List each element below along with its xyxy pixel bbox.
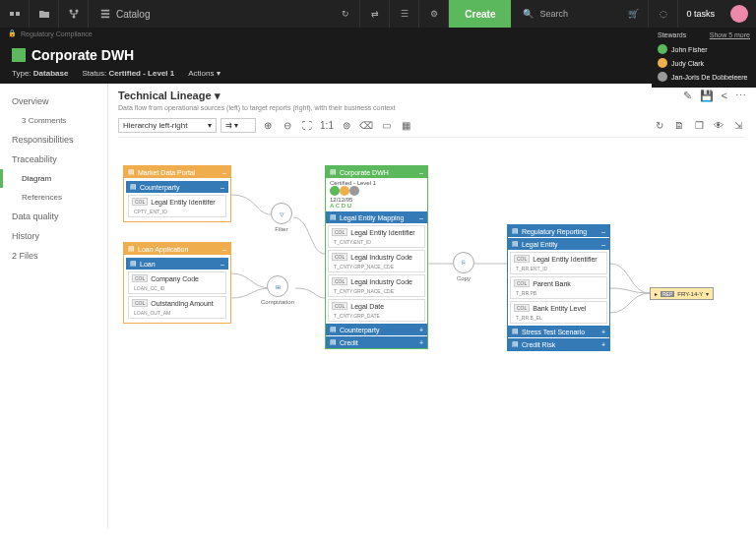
content-title: Technical Lineage ▾ — [118, 90, 396, 102]
connector-icon[interactable]: ⇄ — [360, 0, 390, 28]
more-icon[interactable]: ⋯ — [735, 90, 746, 102]
page-title: Corporate DWH — [32, 47, 134, 63]
sidebar-item-overview[interactable]: Overview — [0, 91, 107, 111]
sidebar-item-references[interactable]: References — [0, 188, 107, 207]
node-filter[interactable]: ▽Filter — [271, 203, 292, 232]
gear-icon[interactable]: ⚙ — [419, 0, 449, 28]
zoom-in-icon[interactable]: ⊕ — [260, 117, 276, 133]
filter-icon: ▽ — [271, 203, 292, 224]
svg-rect-7 — [101, 17, 109, 19]
crosshair-icon[interactable]: ⊚ — [339, 117, 354, 133]
svg-rect-6 — [101, 13, 109, 15]
stewards-label: Stewards — [658, 31, 686, 38]
svg-rect-0 — [10, 12, 14, 16]
node-regulatory-reporting[interactable]: ▤Regulatory Reporting– ▤Legal Entity– CO… — [507, 224, 610, 351]
eye-icon[interactable]: 👁 — [711, 117, 726, 133]
breadcrumb[interactable]: 🔒 Regulatory Compliance — [0, 28, 756, 39]
sidebar-item-traceability[interactable]: Traceability — [0, 150, 107, 169]
layers-icon[interactable]: ❐ — [691, 117, 707, 133]
refresh-icon[interactable]: ↻ — [652, 117, 667, 133]
zoom-out-icon[interactable]: ⊖ — [280, 117, 295, 133]
sidebar-item-responsibilities[interactable]: Responsibilities — [0, 130, 107, 150]
folder-icon[interactable] — [30, 0, 59, 28]
avatar[interactable] — [730, 5, 748, 23]
computation-icon: ⊞ — [267, 275, 288, 297]
sidebar-item-files[interactable]: 2 Files — [0, 246, 107, 266]
card-icon[interactable]: ▭ — [378, 117, 394, 133]
refresh-icon[interactable]: ↻ — [331, 0, 360, 28]
copy-icon: ⎘ — [453, 252, 474, 273]
progress-icon[interactable]: ◌ — [649, 0, 678, 28]
tasks-counter[interactable]: 0 tasks — [678, 9, 723, 19]
diagram-canvas[interactable]: ▤Market Data Portal– ▤Counterparty– COLL… — [118, 146, 746, 480]
grid-icon[interactable]: ▦ — [398, 117, 413, 133]
steward-row[interactable]: John Fisher — [658, 42, 750, 56]
share-icon[interactable]: < — [722, 90, 727, 102]
content-pane: Technical Lineage ▾ Data flow from opera… — [108, 84, 756, 528]
list-icon[interactable]: ☰ — [390, 0, 419, 28]
sidebar-item-diagram[interactable]: Diagram — [0, 169, 107, 188]
eraser-icon[interactable]: ⌫ — [358, 117, 374, 133]
stewards-panel: StewardsShow 5 more John Fisher Judy Cla… — [652, 28, 756, 88]
top-nav: Catalog ↻ ⇄ ☰ ⚙ Create 🔍Search 🛒 ◌ 0 tas… — [0, 0, 756, 28]
node-loan-application[interactable]: ▤Loan Application– ▤Loan– COLCompany Cod… — [123, 242, 231, 324]
document-icon[interactable]: 🗎 — [671, 117, 687, 133]
sidebar-item-history[interactable]: History — [0, 226, 107, 246]
cart-icon[interactable]: 🛒 — [619, 0, 649, 28]
node-market-data-portal[interactable]: ▤Market Data Portal– ▤Counterparty– COLL… — [123, 165, 231, 222]
layout-select[interactable]: ⇉ ▾ — [220, 118, 256, 133]
sidebar-item-comments[interactable]: 3 Comments — [0, 111, 107, 130]
steward-row[interactable]: Jan-Joris De Dobbeleere — [658, 70, 750, 84]
export-icon[interactable]: ⇲ — [730, 117, 746, 133]
node-fry-14-y[interactable]: ▸REPFRY-14-Y▾ — [650, 287, 714, 300]
search-input[interactable]: 🔍Search — [511, 9, 619, 19]
node-copy[interactable]: ⎘Copy — [453, 252, 474, 281]
catalog-nav[interactable]: Catalog — [89, 9, 161, 20]
logo-icon[interactable] — [0, 0, 30, 28]
fit-icon[interactable]: ⛶ — [299, 117, 315, 133]
search-icon: 🔍 — [523, 9, 534, 19]
show-more-link[interactable]: Show 5 more — [710, 31, 750, 38]
one-to-one-icon[interactable]: 1:1 — [319, 117, 335, 133]
asset-type-icon — [12, 48, 26, 62]
sidebar: Overview 3 Comments Responsibilities Tra… — [0, 84, 108, 528]
create-button[interactable]: Create — [449, 0, 511, 28]
node-computation[interactable]: ⊞Computation — [261, 275, 294, 305]
svg-rect-5 — [101, 10, 109, 12]
hierarchy-icon[interactable] — [59, 0, 89, 28]
toolbar: Hierarchy left-right▾ ⇉ ▾ ⊕ ⊖ ⛶ 1:1 ⊚ ⌫ … — [118, 117, 746, 138]
actions-menu[interactable]: Actions ▾ — [188, 69, 220, 78]
node-corporate-dwh[interactable]: ▤Corporate DWH– Certified - Level 1 12/1… — [325, 165, 428, 349]
svg-rect-1 — [16, 12, 20, 16]
hierarchy-select[interactable]: Hierarchy left-right▾ — [118, 118, 217, 133]
sidebar-item-data-quality[interactable]: Data quality — [0, 207, 107, 226]
save-icon[interactable]: 💾 — [700, 90, 714, 102]
asset-header: Corporate DWH Type: Database Status: Cer… — [0, 39, 756, 84]
edit-icon[interactable]: ✎ — [683, 90, 692, 102]
minimize-icon[interactable]: – — [222, 169, 226, 176]
steward-row[interactable]: Judy Clark — [658, 56, 750, 70]
content-subtitle: Data flow from operational sources (left… — [118, 104, 396, 111]
